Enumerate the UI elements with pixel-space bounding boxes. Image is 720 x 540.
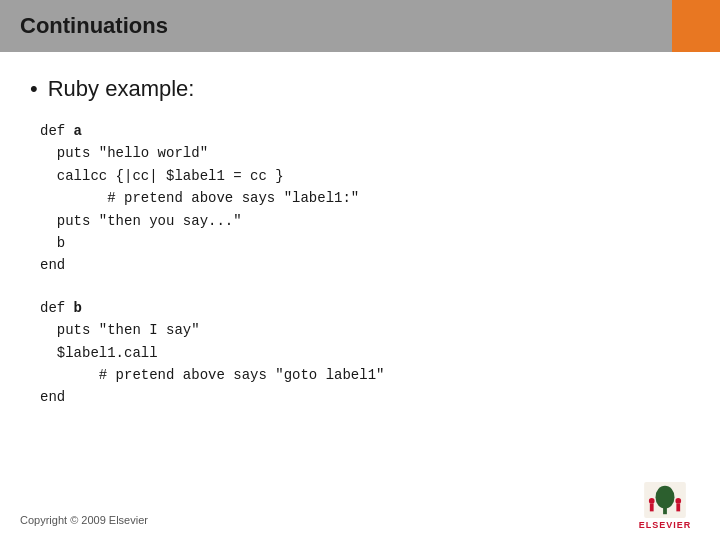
- code-line-def-a: def a: [40, 120, 690, 142]
- code-line-end-2: end: [40, 386, 690, 408]
- code-line-comment-1: # pretend above says "label1:": [40, 187, 690, 209]
- code-block-2: def b puts "then I say" $label1.call # p…: [30, 297, 690, 409]
- svg-rect-4: [650, 504, 654, 512]
- svg-rect-6: [676, 504, 680, 512]
- svg-point-5: [675, 498, 681, 504]
- code-def-keyword-2: def: [40, 300, 74, 316]
- code-line-callcc: callcc {|cc| $label1 = cc }: [40, 165, 690, 187]
- slide-content: • Ruby example: def a puts "hello world"…: [0, 52, 720, 449]
- bullet-label: Ruby example:: [48, 76, 195, 102]
- code-line-label1-call: $label1.call: [40, 342, 690, 364]
- code-def-name-1: a: [74, 123, 82, 139]
- svg-point-2: [656, 486, 675, 509]
- code-line-end-1: end: [40, 254, 690, 276]
- elsevier-wordmark-text: ELSEVIER: [639, 520, 692, 530]
- code-block-1: def a puts "hello world" callcc {|cc| $l…: [30, 120, 690, 277]
- slide-title: Continuations: [20, 13, 168, 39]
- slide-footer: Copyright © 2009 Elsevier: [20, 514, 148, 526]
- bullet-item: • Ruby example:: [30, 76, 690, 102]
- code-line-puts-hello: puts "hello world": [40, 142, 690, 164]
- elsevier-logo: ELSEVIER: [630, 480, 700, 530]
- orange-accent-block: [672, 0, 720, 52]
- bullet-section: • Ruby example:: [30, 76, 690, 102]
- bullet-dot: •: [30, 76, 38, 102]
- code-def-name-2: b: [74, 300, 82, 316]
- code-line-puts-then: puts "then you say...": [40, 210, 690, 232]
- code-def-keyword-1: def: [40, 123, 74, 139]
- code-line-puts-then-i: puts "then I say": [40, 319, 690, 341]
- code-line-def-b: def b: [40, 297, 690, 319]
- code-line-comment-2: # pretend above says "goto label1": [40, 364, 690, 386]
- code-line-b-call: b: [40, 232, 690, 254]
- slide-header: Continuations: [0, 0, 720, 52]
- svg-point-3: [649, 498, 655, 504]
- elsevier-tree-icon: [643, 482, 687, 518]
- copyright-text: Copyright © 2009 Elsevier: [20, 514, 148, 526]
